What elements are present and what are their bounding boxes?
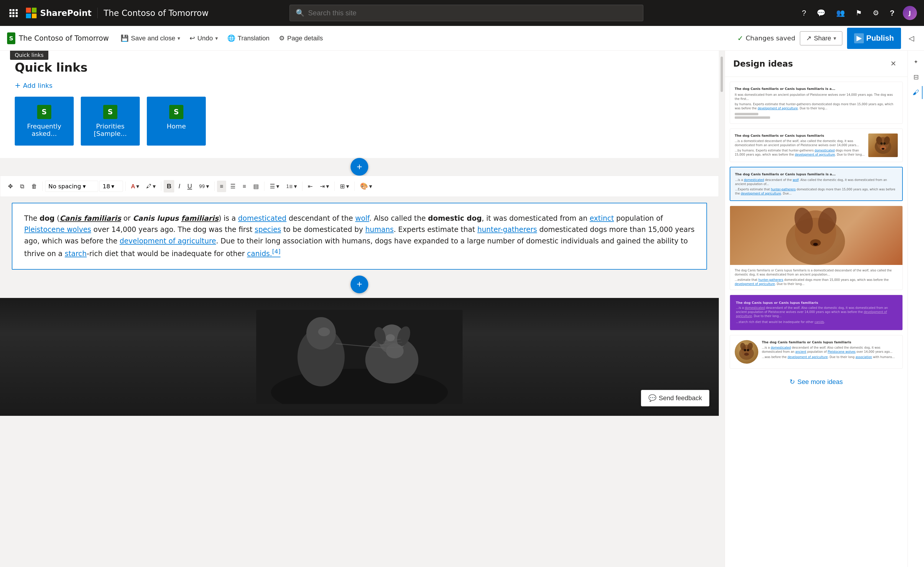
highlight-button[interactable]: 🖍 ▾ [143, 180, 159, 192]
duplicate-button[interactable]: ⧉ [17, 181, 27, 192]
design-card-1[interactable]: The dog Canis familiaris or Canis lupus … [730, 129, 903, 162]
user-avatar[interactable]: J [903, 6, 917, 20]
numbered-list-button[interactable]: 1≣ ▾ [283, 180, 300, 192]
wolf-link[interactable]: wolf [355, 214, 370, 222]
svg-point-36 [747, 349, 749, 351]
layout-icon: ⊟ [913, 74, 919, 81]
align-right-button[interactable]: ≡ [240, 181, 249, 192]
table-button[interactable]: ⊞ ▾ [337, 180, 352, 192]
help-community-icon: ? [802, 9, 806, 18]
dc1-dog-icon [870, 135, 896, 156]
card-icon-0: S [37, 105, 51, 119]
align-center-icon: ☰ [230, 183, 236, 190]
search-bar[interactable]: 🔍 [290, 5, 643, 21]
quick-link-card-2[interactable]: S Home [147, 97, 206, 146]
text-color-button[interactable]: 🎨 ▾ [357, 180, 375, 192]
move-handle-button[interactable]: ✥ [5, 180, 16, 192]
bold-button[interactable]: B [164, 180, 174, 192]
indent-increase-button[interactable]: ⇥ ▾ [317, 180, 332, 192]
page-details-button[interactable]: ⚙ Page details [274, 30, 328, 46]
content-scrollbar[interactable] [719, 51, 725, 567]
add-links-button[interactable]: + Add links [15, 81, 704, 90]
highlight-icon: 🖍 [146, 183, 152, 189]
help-community-button[interactable]: ? [799, 6, 808, 20]
changes-saved-status: ✓ Changes saved [738, 34, 795, 42]
page-details-icon: ⚙ [279, 34, 285, 42]
quick-link-card-1[interactable]: S Priorities [Sample... [81, 97, 140, 146]
translation-label: Translation [237, 34, 269, 42]
undo-button[interactable]: ↩ Undo ▾ [185, 30, 222, 46]
design-card-3[interactable]: The dog Canis familiaris or Canis lupus … [730, 206, 903, 290]
design-card-5[interactable]: The dog Canis familiaris or Canis lupus … [730, 335, 903, 369]
pleistocene-wolves-link[interactable]: Pleistocene wolves [24, 225, 91, 234]
design-card-0[interactable]: The dog Canis familiaris or Canis lupus … [730, 82, 903, 124]
magic-wand-button[interactable]: ✦ [909, 56, 922, 68]
translation-button[interactable]: 🌐 Translation [222, 30, 274, 46]
collapse-button[interactable]: ◁ [906, 31, 917, 45]
design-card-4[interactable]: The dog Canis lupus or Canis lupus famil… [730, 295, 903, 330]
bullet-list-button[interactable]: ☰ ▾ [267, 180, 282, 192]
code-arrow: ▾ [206, 183, 209, 190]
dc1-thumb [868, 134, 898, 157]
dc5-text: The dog Canis familiaris or Canis lupus … [762, 340, 898, 364]
content-area[interactable]: Quick links Quick links + Add links S Fr… [0, 51, 719, 567]
settings-button[interactable]: ⚙ [870, 6, 882, 20]
design-card-2-content: The dog Canis familiaris or Canis lupus … [730, 167, 902, 201]
share-icon: ↗ [806, 34, 811, 42]
italic-button[interactable]: I [176, 180, 183, 192]
send-feedback-button[interactable]: 💬 Send feedback [641, 390, 709, 406]
starch-link[interactable]: starch [65, 250, 87, 258]
design-panel-body[interactable]: The dog Canis familiaris or Canis lupus … [725, 77, 907, 567]
underline-button[interactable]: U [184, 180, 195, 192]
add-section-button-top[interactable]: + [350, 158, 368, 176]
main-container: Quick links Quick links + Add links S Fr… [0, 51, 924, 567]
text-block[interactable]: The dog (Canis familiaris or Canis lupus… [12, 203, 707, 270]
agriculture-link[interactable]: development of agriculture [120, 237, 216, 245]
font-color-button[interactable]: A ▾ [128, 180, 142, 192]
quick-links-title: Quick links [15, 61, 704, 74]
indent-decrease-button[interactable]: ⇤ [305, 180, 316, 192]
apps-button[interactable] [7, 7, 20, 20]
add-section-button-bottom[interactable]: + [350, 276, 368, 293]
hunter-gatherers-link[interactable]: hunter-gatherers [477, 225, 537, 234]
add-section-area: + [0, 158, 719, 176]
design-card-2[interactable]: The dog Canis familiaris or Canis lupus … [730, 167, 903, 201]
feedback-button[interactable]: 💬 [814, 6, 828, 20]
dc3-dog-svg [730, 206, 901, 265]
align-right-icon: ≡ [243, 183, 246, 190]
font-size-selector[interactable]: 18 ▾ [99, 181, 123, 192]
flag-button[interactable]: ⚑ [853, 6, 864, 20]
humans-link[interactable]: humans [365, 225, 394, 234]
quick-link-card-0[interactable]: S Frequently asked... [15, 97, 74, 146]
design-card-5-content: The dog Canis familiaris or Canis lupus … [730, 335, 903, 368]
species-link[interactable]: species [255, 225, 281, 234]
align-center-button[interactable]: ☰ [227, 180, 239, 192]
share-button[interactable]: ↗ Share ▾ [800, 31, 842, 45]
publish-label: Publish [866, 34, 894, 43]
layout-button[interactable]: ⊟ [909, 71, 922, 84]
table-icon: ⊞ [340, 183, 345, 190]
code-button[interactable]: 99 ▾ [196, 180, 212, 192]
delete-button[interactable]: 🗑 [28, 181, 40, 192]
scrollbar-thumb[interactable] [721, 57, 723, 92]
brush-button[interactable]: 🖌 [909, 86, 922, 99]
see-more-ideas-button[interactable]: ↻ See more ideas [730, 374, 903, 390]
search-input[interactable] [308, 9, 637, 17]
refresh-icon: ↻ [790, 378, 795, 386]
indent-arrow: ▾ [326, 183, 329, 190]
design-panel-close-button[interactable]: ✕ [888, 58, 899, 69]
canids-link[interactable]: canids.[4] [247, 250, 281, 258]
help-button[interactable]: ? [888, 6, 897, 20]
font-size-arrow: ▾ [111, 183, 114, 190]
dog-image-container [256, 310, 463, 404]
style-selector[interactable]: No spacing ▾ [45, 181, 98, 192]
text-block-wrapper[interactable]: The dog (Canis familiaris or Canis lupus… [0, 197, 719, 276]
align-left-button[interactable]: ≡ [217, 181, 227, 192]
extinct-link[interactable]: extinct [590, 214, 614, 222]
domesticated-link[interactable]: domesticated [238, 214, 287, 222]
justify-button[interactable]: ▤ [250, 180, 262, 192]
add-links-plus-icon: + [15, 81, 21, 90]
save-close-button[interactable]: 💾 Save and close ▾ [116, 30, 185, 46]
publish-button[interactable]: ▶ Publish [847, 28, 901, 49]
people-button[interactable]: 👥 [834, 6, 847, 20]
